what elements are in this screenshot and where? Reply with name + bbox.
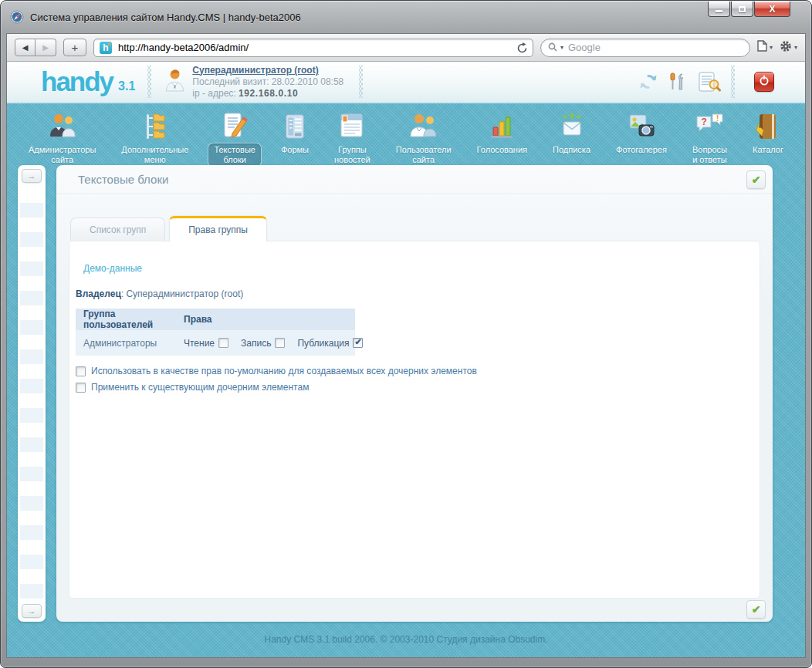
group-name: Администраторы <box>76 338 184 349</box>
minimize-button[interactable] <box>708 2 730 17</box>
refresh-icon[interactable] <box>639 73 658 90</box>
permission-read: Чтение <box>184 338 232 349</box>
panel-header: Текстовые блоки ✔ <box>56 165 773 194</box>
close-icon: X <box>769 2 775 16</box>
option-apply-children: Применить к существующим дочерним элемен… <box>76 382 477 393</box>
header-separator <box>359 66 363 98</box>
search-dropdown-icon[interactable]: ▾ <box>560 44 563 51</box>
apply-children-checkbox[interactable] <box>76 383 86 393</box>
sidebar-expand-top-button[interactable]: → <box>22 169 42 183</box>
browser-toolbar: ◀ ▶ + h ▾ ▾ <box>7 34 805 62</box>
option-default-rights: Использовать в качестве прав по-умолчани… <box>76 366 477 376</box>
nav-site-users[interactable]: Пользователи сайта <box>390 109 458 167</box>
page-menu-button[interactable]: ▾ <box>757 40 773 55</box>
forms-icon <box>280 109 310 141</box>
address-bar[interactable]: h <box>93 39 533 57</box>
logo-text: handy <box>41 69 113 95</box>
nav-questions-answers[interactable]: ?! Вопросы и ответы <box>686 109 733 167</box>
nav-votes[interactable]: Голосования <box>471 109 534 157</box>
logout-button[interactable] <box>754 72 774 92</box>
nav-subscription[interactable]: Подписка <box>546 109 597 157</box>
nav-forms[interactable]: Формы <box>275 109 315 157</box>
browser-compass-icon <box>10 10 24 24</box>
nav-catalog[interactable]: Каталог <box>746 109 790 157</box>
col-group-header: Группа пользователей <box>76 309 184 330</box>
window-controls: X <box>708 2 790 17</box>
nav-news-groups[interactable]: Группы новостей <box>328 109 377 167</box>
site-favicon-icon: h <box>100 42 112 54</box>
site-admins-icon <box>47 109 78 141</box>
owner-line: Владелец: Суперадминистратор (root) <box>76 288 243 299</box>
tab-group-rights[interactable]: Права группы <box>169 216 267 241</box>
new-tab-button[interactable]: + <box>63 39 86 56</box>
tab-content: Демо-данные Владелец: Суперадминистратор… <box>69 241 760 599</box>
settings-menu-button[interactable]: ▾ <box>780 40 797 56</box>
save-top-button[interactable]: ✔ <box>746 170 766 189</box>
ip-line: ip - адрес: 192.168.0.10 <box>192 88 343 100</box>
save-bottom-button[interactable]: ✔ <box>746 600 766 619</box>
default-rights-checkbox[interactable] <box>76 366 86 376</box>
votes-icon <box>486 109 517 141</box>
user-avatar-icon <box>165 69 184 95</box>
last-visit-text: Последний визит: 28.02.2010 08:58 <box>192 76 343 88</box>
nav-site-admins[interactable]: Администраторы сайта <box>22 109 102 167</box>
page-icon <box>757 40 767 55</box>
sidebar-expand-bottom-button[interactable]: → <box>22 604 42 618</box>
maximize-button[interactable] <box>731 2 753 17</box>
maximize-icon <box>739 6 746 12</box>
table-row: Администраторы Чтение Запись <box>76 330 355 356</box>
option-list: Использовать в качестве прав по-умолчани… <box>76 366 477 393</box>
demo-data-link[interactable]: Демо-данные <box>83 263 142 274</box>
module-panel: Текстовые блоки ✔ Список групп Права гру… <box>56 165 773 622</box>
table-header-row: Группа пользователей Права <box>76 309 355 330</box>
gear-icon <box>780 40 792 56</box>
news-groups-icon <box>337 109 367 141</box>
search-document-icon[interactable] <box>698 72 721 92</box>
nav-photo-gallery[interactable]: Фотогалерея <box>610 109 673 157</box>
titlebar: Система управления сайтом Handy.CMS | ha… <box>1 1 811 33</box>
permission-write: Запись <box>241 338 289 349</box>
nav-extra-menu[interactable]: Дополнительные меню <box>115 109 195 167</box>
read-checkbox[interactable] <box>218 338 228 348</box>
panel-tabs: Список групп Права группы <box>70 213 271 241</box>
forward-button[interactable]: ▶ <box>36 39 56 56</box>
user-info: Суперадминистратор (root) Последний визи… <box>165 65 343 100</box>
cms-page: handy 3.1 Суперадминистратор (root) Посл… <box>7 62 805 657</box>
search-input[interactable] <box>567 41 743 54</box>
window-title: Система управления сайтом Handy.CMS | ha… <box>30 12 301 23</box>
questions-answers-icon: ?! <box>694 109 725 141</box>
current-user-link[interactable]: Суперадминистратор (root) <box>192 65 318 76</box>
header-separator <box>731 66 735 98</box>
ip-address: 192.168.0.10 <box>239 88 298 99</box>
subscription-icon <box>557 109 587 141</box>
site-users-icon <box>408 109 439 141</box>
text-blocks-icon <box>219 109 250 141</box>
tab-group-list[interactable]: Список групп <box>70 218 165 241</box>
close-button[interactable]: X <box>754 2 790 17</box>
tools-icon[interactable] <box>668 73 688 91</box>
search-field[interactable]: ▾ <box>540 39 750 57</box>
module-nav: Администраторы сайта Дополнительные меню… <box>7 105 805 165</box>
permission-publish: Публикация <box>297 338 367 349</box>
sidebar-stripes <box>20 188 43 599</box>
extra-menu-icon <box>140 109 171 141</box>
minimize-icon <box>716 10 722 12</box>
photo-gallery-icon <box>626 109 657 141</box>
back-button[interactable]: ◀ <box>15 39 36 56</box>
footer-copyright: Handy CMS 3.1 build 2006. © 2003-2010 Ст… <box>7 634 805 645</box>
write-checkbox[interactable] <box>275 338 285 348</box>
svg-text:!: ! <box>716 114 719 123</box>
nav-text-blocks[interactable]: Текстовые блоки <box>208 109 262 167</box>
handy-logo: handy 3.1 <box>41 69 135 95</box>
col-rights-header: Права <box>184 314 212 325</box>
publish-checkbox[interactable] <box>353 338 363 348</box>
panel-title: Текстовые блоки <box>78 173 168 186</box>
cms-header: handy 3.1 Суперадминистратор (root) Посл… <box>7 62 805 103</box>
collapsed-sidebar: → → <box>18 165 46 622</box>
svg-text:?: ? <box>702 116 707 127</box>
browser-chrome: ◀ ▶ + h ▾ ▾ <box>6 33 806 658</box>
search-icon <box>548 41 557 55</box>
browser-window: Система управления сайтом Handy.CMS | ha… <box>0 0 812 668</box>
reload-icon[interactable] <box>517 42 527 53</box>
url-input[interactable] <box>117 41 513 54</box>
